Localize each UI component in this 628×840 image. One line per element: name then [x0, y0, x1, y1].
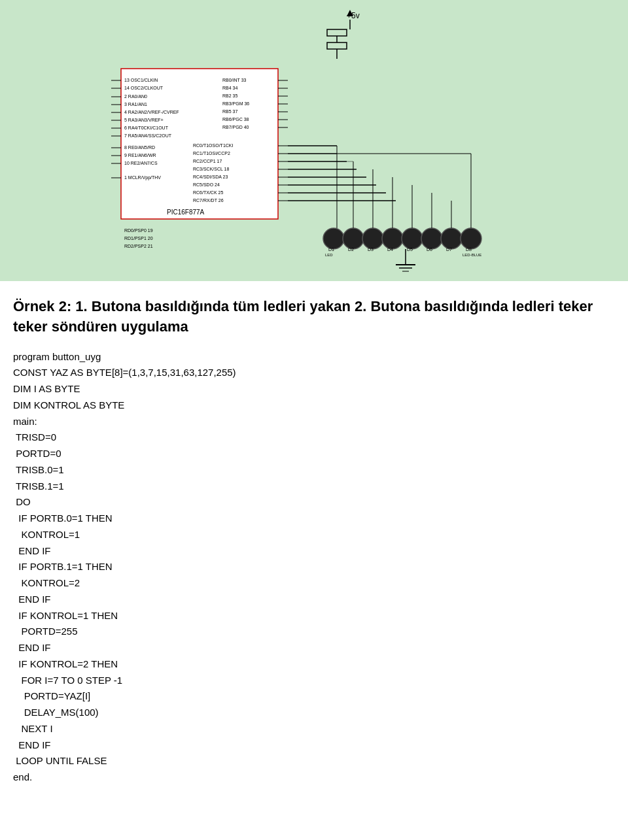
svg-point-80 — [362, 228, 383, 249]
svg-text:RC7/RX/DT 26: RC7/RX/DT 26 — [193, 198, 224, 203]
svg-text:RC0/T1OSO/T1CKI: RC0/T1OSO/T1CKI — [193, 143, 234, 148]
svg-text:8 RE0/AN5/RD: 8 RE0/AN5/RD — [124, 145, 155, 150]
svg-text:D2: D2 — [348, 247, 354, 252]
svg-text:9 RE1/AN6/WR: 9 RE1/AN6/WR — [124, 153, 156, 158]
svg-text:D7: D7 — [446, 247, 452, 252]
svg-text:RD1/PSP1 20: RD1/PSP1 20 — [124, 236, 153, 241]
svg-text:6 RA4/T0CKI/C1OUT: 6 RA4/T0CKI/C1OUT — [124, 126, 169, 130]
svg-text:RC4/SDI/SDA 23: RC4/SDI/SDA 23 — [193, 175, 228, 179]
svg-text:LED: LED — [325, 253, 333, 257]
page-heading: Örnek 2: 1. Butona basıldığında tüm ledl… — [13, 297, 615, 337]
svg-text:1 MCLR/Vpp/THV: 1 MCLR/Vpp/THV — [124, 175, 161, 180]
svg-text:RB5 37: RB5 37 — [222, 109, 237, 114]
svg-text:D3: D3 — [368, 247, 374, 252]
svg-point-90 — [461, 228, 481, 249]
circuit-diagram-area: +5v PIC16F877A 13 OSC1/CLKIN 14 OSC2/CLK… — [0, 0, 628, 281]
svg-text:RD2/PSP2 21: RD2/PSP2 21 — [124, 244, 153, 248]
svg-point-75 — [323, 228, 344, 249]
svg-text:RD0/PSP0 19: RD0/PSP0 19 — [124, 228, 153, 233]
svg-text:RB4 34: RB4 34 — [222, 86, 237, 90]
svg-text:D8: D8 — [466, 247, 472, 252]
svg-text:RC5/SDO 24: RC5/SDO 24 — [193, 182, 220, 187]
svg-text:RB2 35: RB2 35 — [222, 93, 237, 98]
svg-text:13 OSC1/CLKIN: 13 OSC1/CLKIN — [124, 78, 158, 82]
svg-text:7 RA5/AN4/SS/C2OUT: 7 RA5/AN4/SS/C2OUT — [124, 133, 172, 138]
svg-text:RB0/INT 33: RB0/INT 33 — [222, 78, 247, 82]
code-block: program button_uyg CONST YAZ AS BYTE[8]=… — [13, 349, 615, 786]
svg-point-84 — [402, 228, 423, 249]
svg-text:D5: D5 — [407, 247, 413, 252]
svg-text:PIC16F877A: PIC16F877A — [167, 209, 205, 216]
svg-text:14 OSC2/CLKOUT: 14 OSC2/CLKOUT — [124, 86, 164, 90]
svg-text:D4: D4 — [387, 247, 393, 252]
svg-text:LED-BLUE: LED-BLUE — [462, 253, 481, 257]
svg-text:2 RA0/AN0: 2 RA0/AN0 — [124, 94, 147, 99]
svg-text:RB6/PGC 38: RB6/PGC 38 — [222, 117, 249, 122]
svg-text:RB7/PGD 40: RB7/PGD 40 — [222, 125, 249, 129]
svg-text:RB3/PGM 36: RB3/PGM 36 — [222, 101, 249, 106]
svg-point-86 — [421, 228, 442, 249]
circuit-svg: +5v PIC16F877A 13 OSC1/CLKIN 14 OSC2/CLK… — [92, 7, 536, 275]
svg-text:D1: D1 — [328, 247, 334, 252]
svg-text:RC3/SCK/SCL 18: RC3/SCK/SCL 18 — [193, 167, 229, 171]
content-area: Örnek 2: 1. Butona basıldığında tüm ledl… — [0, 281, 628, 799]
svg-point-88 — [441, 228, 462, 249]
svg-point-78 — [343, 228, 364, 249]
svg-text:RC1/T1OSI/CCP2: RC1/T1OSI/CCP2 — [193, 151, 230, 156]
svg-point-82 — [382, 228, 403, 249]
svg-text:10 RE2/AN7/CS: 10 RE2/AN7/CS — [124, 161, 158, 165]
svg-text:RC6/TX/CK 25: RC6/TX/CK 25 — [193, 190, 223, 195]
svg-text:4 RA2/AN2/VREF-/CVREF: 4 RA2/AN2/VREF-/CVREF — [124, 110, 179, 114]
svg-text:3 RA1/AN1: 3 RA1/AN1 — [124, 102, 147, 107]
svg-text:5 RA3/AN3/VREF+: 5 RA3/AN3/VREF+ — [124, 118, 164, 122]
svg-text:RC2/CCP1 17: RC2/CCP1 17 — [193, 159, 222, 163]
svg-text:D6: D6 — [427, 247, 432, 252]
